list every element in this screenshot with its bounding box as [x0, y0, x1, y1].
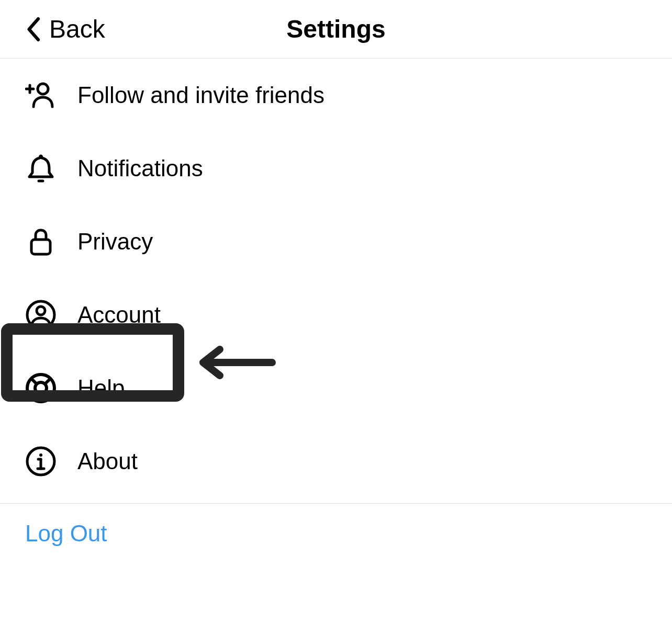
settings-item-label: About — [77, 448, 138, 474]
chevron-left-icon — [25, 16, 41, 42]
settings-item-account[interactable]: Account — [0, 278, 672, 351]
settings-item-label: Privacy — [77, 229, 153, 255]
bell-icon — [25, 153, 57, 184]
svg-line-12 — [45, 392, 51, 398]
settings-item-help[interactable]: Help — [0, 351, 672, 425]
settings-item-follow-invite[interactable]: Follow and invite friends — [0, 59, 672, 132]
settings-list: Follow and invite friends Notifications … — [0, 59, 672, 498]
svg-point-8 — [35, 382, 47, 394]
svg-line-10 — [45, 378, 51, 384]
back-button[interactable]: Back — [0, 15, 105, 43]
svg-point-6 — [37, 307, 45, 315]
svg-line-11 — [31, 392, 37, 398]
back-label: Back — [49, 15, 105, 43]
add-person-icon — [25, 80, 57, 111]
settings-item-label: Notifications — [77, 155, 203, 181]
svg-point-0 — [38, 84, 48, 94]
svg-line-9 — [31, 378, 37, 384]
lock-icon — [25, 226, 57, 257]
lifebuoy-icon — [25, 372, 57, 404]
settings-item-label: Follow and invite friends — [77, 82, 324, 108]
page-title: Settings — [286, 15, 385, 43]
settings-item-notifications[interactable]: Notifications — [0, 132, 672, 205]
settings-item-label: Help — [77, 375, 125, 401]
settings-item-label: Account — [77, 302, 161, 328]
svg-rect-4 — [31, 240, 50, 254]
logout-label: Log Out — [25, 520, 107, 546]
account-icon — [25, 299, 57, 331]
svg-point-14 — [39, 453, 42, 457]
logout-button[interactable]: Log Out — [0, 504, 672, 563]
settings-item-privacy[interactable]: Privacy — [0, 205, 672, 278]
settings-item-about[interactable]: About — [0, 425, 672, 498]
header: Back Settings — [0, 0, 672, 59]
info-icon — [25, 446, 57, 477]
